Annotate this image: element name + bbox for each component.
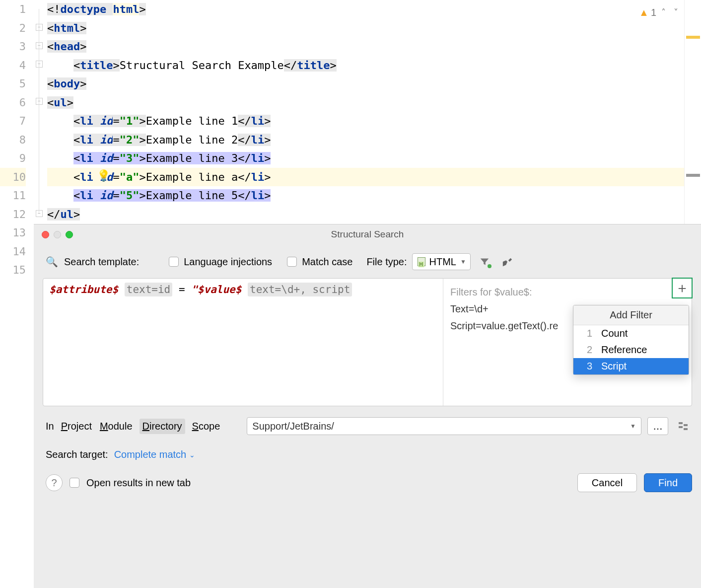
popup-item-label: Script	[601, 361, 627, 372]
template-variable: $attribute$	[49, 284, 118, 295]
warning-count: 1	[651, 7, 656, 18]
match-case-checkbox[interactable]	[287, 257, 297, 267]
error-stripe[interactable]	[684, 0, 701, 228]
line-number-gutter: 123 456 789 1011 121314 15	[0, 0, 35, 228]
search-toolbar: 🔍 Search template: Language injections M…	[34, 244, 701, 275]
cancel-button[interactable]: Cancel	[577, 473, 637, 492]
zoom-window-icon[interactable]	[66, 231, 73, 238]
search-template-label: Search template:	[64, 256, 139, 268]
match-case-label: Match case	[302, 256, 352, 268]
scope-module[interactable]: Module	[99, 419, 134, 434]
help-button[interactable]: ?	[46, 474, 63, 491]
filter-active-indicator	[488, 264, 491, 268]
scope-scope[interactable]: Scope	[191, 419, 221, 434]
minimize-window-icon	[54, 231, 61, 238]
chevron-down-icon: ⌄	[189, 451, 195, 459]
chevron-down-icon[interactable]: ▼	[630, 423, 636, 430]
browse-directory-button[interactable]: …	[647, 417, 668, 435]
find-button[interactable]: Find	[644, 473, 692, 492]
popup-title: Add Filter	[573, 305, 689, 325]
scope-row: In Project Module Directory Scope Suppor…	[46, 417, 692, 435]
popup-item-reference[interactable]: 2 Reference	[573, 342, 689, 358]
dialog-title: Structural Search	[331, 229, 404, 240]
language-injections-checkbox[interactable]	[169, 257, 179, 267]
recursive-toggle-button[interactable]	[674, 418, 692, 435]
code-text: <!	[47, 3, 61, 15]
tools-button[interactable]	[498, 253, 516, 270]
popup-item-label: Reference	[601, 344, 647, 356]
file-type-label: File type:	[366, 256, 407, 268]
in-label: In	[46, 421, 54, 432]
filters-header: Filters for $value$:	[450, 284, 685, 300]
fold-toggle-icon[interactable]: −	[36, 61, 43, 68]
template-hint: text=\d+, script	[248, 283, 352, 296]
popup-item-script[interactable]: 3 Script	[573, 358, 689, 374]
path-value: Support/JetBrains/	[252, 421, 334, 432]
next-highlight-icon[interactable]: ˅	[671, 6, 681, 19]
search-target-dropdown[interactable]: Complete match ⌄	[114, 449, 196, 460]
code-editor[interactable]: 123 456 789 1011 121314 15 − − − − − 💡 <…	[0, 0, 701, 228]
warning-icon: ▲	[639, 7, 649, 18]
language-injections-label: Language injections	[184, 256, 272, 268]
search-target-value: Complete match	[114, 449, 187, 460]
search-target-label: Search target:	[46, 449, 108, 460]
popup-item-label: Count	[601, 328, 628, 339]
popup-item-count[interactable]: 1 Count	[573, 325, 689, 342]
filter-button[interactable]	[476, 253, 493, 270]
inspection-widget[interactable]: ▲ 1 ˄ ˅	[639, 6, 681, 19]
chevron-down-icon: ▼	[460, 258, 466, 265]
fold-toggle-icon[interactable]: −	[36, 24, 43, 31]
add-filter-popup: Add Filter 1 Count 2 Reference 3 Script	[573, 305, 689, 375]
prev-highlight-icon[interactable]: ˄	[658, 6, 669, 19]
code-content[interactable]: 💡 <!doctype html> <html> <head> <title>S…	[47, 0, 701, 228]
file-type-value: HTML	[429, 256, 456, 268]
open-new-tab-checkbox[interactable]	[70, 478, 79, 488]
template-variable: "$value$	[191, 284, 241, 295]
add-filter-button[interactable]: ＋	[672, 278, 693, 298]
dialog-footer: ? Open results in new tab Cancel Find	[46, 473, 692, 492]
search-icon[interactable]: 🔍	[46, 256, 58, 268]
search-target-row: Search target: Complete match ⌄	[46, 449, 692, 460]
intention-bulb-icon[interactable]: 💡	[97, 169, 110, 182]
dialog-titlebar[interactable]: Structural Search	[34, 224, 701, 244]
directory-path-input[interactable]: Support/JetBrains/ ▼	[247, 417, 641, 435]
structural-search-dialog: Structural Search 🔍 Search template: Lan…	[34, 224, 701, 588]
template-hint: text=id	[125, 283, 173, 296]
file-type-dropdown[interactable]: HTML ▼	[412, 253, 471, 270]
search-template-input[interactable]: $attribute$ text=id = "$value$ text=\d+,…	[43, 279, 443, 406]
fold-toggle-icon[interactable]: −	[36, 98, 43, 105]
scope-directory[interactable]: Directory	[140, 419, 185, 434]
fold-toggle-icon[interactable]: −	[36, 210, 43, 217]
fold-column[interactable]: − − − − −	[35, 0, 47, 228]
fold-toggle-icon[interactable]: −	[36, 42, 43, 49]
html-file-icon	[417, 257, 425, 266]
open-new-tab-label: Open results in new tab	[86, 477, 191, 489]
close-window-icon[interactable]	[42, 231, 49, 238]
scope-project[interactable]: Project	[60, 419, 93, 434]
